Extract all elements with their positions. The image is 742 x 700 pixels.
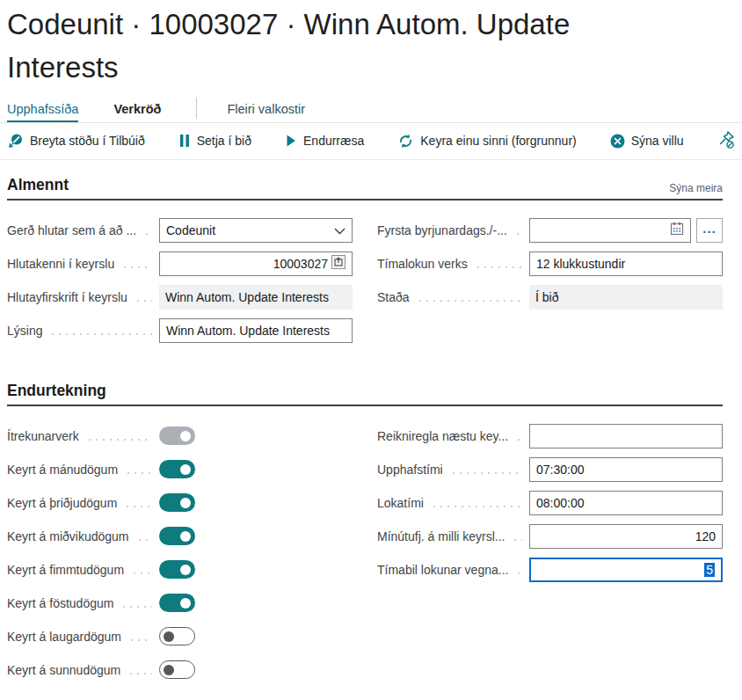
job-timeout-value: 12 klukkustundir <box>536 257 716 271</box>
dotted-leader <box>120 606 152 608</box>
ellipsis-icon: ... <box>702 222 717 235</box>
dotted-leader <box>135 300 152 302</box>
dotted-leader <box>125 472 152 474</box>
end-time-input[interactable]: 08:00:00 <box>529 491 723 515</box>
object-type-select[interactable]: Codeunit <box>159 218 353 243</box>
general-left-column: Gerð hlutar sem á að ... Codeunit Hlutak… <box>7 218 353 352</box>
dotted-leader <box>450 472 522 474</box>
field-run-wednesdays: Keyrt á miðvikudögum <box>7 524 353 549</box>
restart-button[interactable]: Endurræsa <box>285 134 364 148</box>
field-object-caption: Hlutayfirskrift í keyrslu Winn Autom. Up… <box>7 285 353 310</box>
field-run-mondays: Keyrt á mánudögum <box>7 457 353 482</box>
toggle-knob <box>164 631 174 642</box>
run-tuesdays-label: Keyrt á þriðjudögum <box>7 496 117 510</box>
recurrence-fasttab: Endurtekning Ítrekunarverk Keyrt á mánud… <box>0 382 742 691</box>
set-status-ready-label: Breyta stöðu í Tilbúið <box>30 134 145 148</box>
dotted-leader <box>431 506 522 507</box>
chevron-down-icon <box>334 223 346 237</box>
dotted-leader <box>121 266 152 268</box>
field-object-type: Gerð hlutar sem á að ... Codeunit <box>7 218 353 243</box>
description-input[interactable]: Winn Autom. Update Interests <box>159 318 353 343</box>
set-status-ready-button[interactable]: Breyta stöðu í Tilbúið <box>7 133 145 149</box>
run-once-button[interactable]: Keyra einu sinni (forgrunnur) <box>397 133 576 149</box>
run-mondays-label: Keyrt á mánudögum <box>7 463 118 477</box>
general-fields: Gerð hlutar sem á að ... Codeunit Hlutak… <box>0 201 742 352</box>
start-time-input[interactable]: 07:30:00 <box>529 457 723 482</box>
earliest-start-assist-button[interactable]: ... <box>696 218 723 243</box>
recurrence-right-column: Reikniregla næstu key... Upphafstími 07:… <box>377 424 723 691</box>
recurrence-left-column: Ítrekunarverk Keyrt á mánudögum Keyrt á … <box>7 424 353 691</box>
run-sundays-label: Keyrt á sunnudögum <box>7 663 120 677</box>
recurrence-section-title: Endurtekning <box>7 382 106 400</box>
run-wednesdays-label: Keyrt á miðvikudögum <box>7 529 129 543</box>
show-error-button[interactable]: Sýna villu <box>610 134 684 149</box>
lookup-icon <box>331 255 346 272</box>
run-thursdays-label: Keyrt á fimmtudögum <box>7 563 124 577</box>
run-fridays-toggle[interactable] <box>159 594 195 612</box>
object-id-value: 10003027 <box>273 257 328 271</box>
field-earliest-start: Fyrsta byrjunardags./-... <box>377 218 723 243</box>
general-fasttab: Almennt Sýna meira Gerð hlutar sem á að … <box>0 176 742 352</box>
action-toolbar: Breyta stöðu í Tilbúið Setja í bið Endur… <box>0 123 742 160</box>
description-value: Winn Autom. Update Interests <box>166 324 346 338</box>
minutes-between-label: Mínútufj. á milli keyrsl... <box>377 529 505 543</box>
toggle-knob <box>180 431 191 441</box>
object-caption-label: Hlutayfirskrift í keyrslu <box>7 290 127 304</box>
earliest-start-input[interactable] <box>529 218 691 243</box>
start-time-value: 07:30:00 <box>536 463 716 477</box>
object-caption-value: Winn Autom. Update Interests <box>159 285 353 310</box>
field-end-time: Lokatími 08:00:00 <box>377 491 723 515</box>
inactivity-timeout-value-selected: 5 <box>704 563 715 577</box>
job-timeout-input[interactable]: 12 klukkustundir <box>529 252 723 276</box>
end-time-value: 08:00:00 <box>536 496 716 510</box>
dotted-leader <box>475 266 522 268</box>
show-error-label: Sýna villu <box>631 134 684 148</box>
toggle-knob <box>180 498 191 508</box>
tab-home[interactable]: Upphafssíða <box>7 102 78 122</box>
recurrence-section-header: Endurtekning <box>7 382 723 406</box>
restart-label: Endurræsa <box>303 134 364 148</box>
tab-more-options[interactable]: Fleiri valkostir <box>227 102 305 122</box>
show-more-link[interactable]: Sýna meira <box>669 182 723 194</box>
object-id-input[interactable]: 10003027 <box>159 252 353 276</box>
end-time-label: Lokatími <box>377 496 424 510</box>
field-run-fridays: Keyrt á föstudögum <box>7 591 353 616</box>
run-mondays-toggle[interactable] <box>159 460 195 478</box>
calendar-icon <box>670 222 684 238</box>
dotted-leader <box>515 572 522 574</box>
run-thursdays-toggle[interactable] <box>159 560 195 579</box>
run-saturdays-toggle[interactable] <box>159 627 195 645</box>
job-queue-entry-card: Codeunit · 10003027 · Winn Autom. Update… <box>0 0 742 691</box>
run-wednesdays-toggle[interactable] <box>159 527 195 545</box>
run-tuesdays-toggle[interactable] <box>159 493 195 512</box>
dotted-leader <box>515 439 522 441</box>
minutes-between-input[interactable]: 120 <box>529 524 723 549</box>
run-fridays-label: Keyrt á föstudögum <box>7 596 113 610</box>
next-run-formula-input[interactable] <box>529 424 723 448</box>
toggle-knob <box>180 598 191 609</box>
recurring-job-label: Ítrekunarverk <box>7 429 79 443</box>
field-run-thursdays: Keyrt á fimmtudögum <box>7 558 353 582</box>
minutes-between-value: 120 <box>695 529 716 543</box>
run-sundays-toggle[interactable] <box>159 660 195 679</box>
field-run-tuesdays: Keyrt á þriðjudögum <box>7 491 353 515</box>
toggle-knob <box>180 565 191 575</box>
inactivity-timeout-input-focused[interactable]: 5 <box>529 558 723 582</box>
date-picker-button[interactable] <box>670 222 684 238</box>
object-id-lookup-button[interactable] <box>331 255 346 272</box>
tab-job-queue[interactable]: Verkröð <box>113 102 161 122</box>
general-right-column: Fyrsta byrjunardags./-... <box>377 218 723 352</box>
general-section-header: Almennt Sýna meira <box>7 176 723 201</box>
dotted-leader <box>514 233 522 235</box>
toggle-knob <box>180 531 191 542</box>
field-start-time: Upphafstími 07:30:00 <box>377 457 723 482</box>
field-job-timeout: Tímalokun verks 12 klukkustundir <box>377 252 723 276</box>
field-inactivity-timeout: Tímabil lokunar vegna... 5 <box>377 558 723 582</box>
unpin-pane-button[interactable] <box>717 129 737 153</box>
set-on-hold-button[interactable]: Setja í bið <box>178 134 251 148</box>
object-type-value: Codeunit <box>166 223 334 237</box>
dotted-leader <box>124 506 152 507</box>
recurring-job-toggle[interactable] <box>159 427 195 445</box>
recurrence-fields: Ítrekunarverk Keyrt á mánudögum Keyrt á … <box>0 406 742 691</box>
job-timeout-label: Tímalokun verks <box>377 257 468 271</box>
